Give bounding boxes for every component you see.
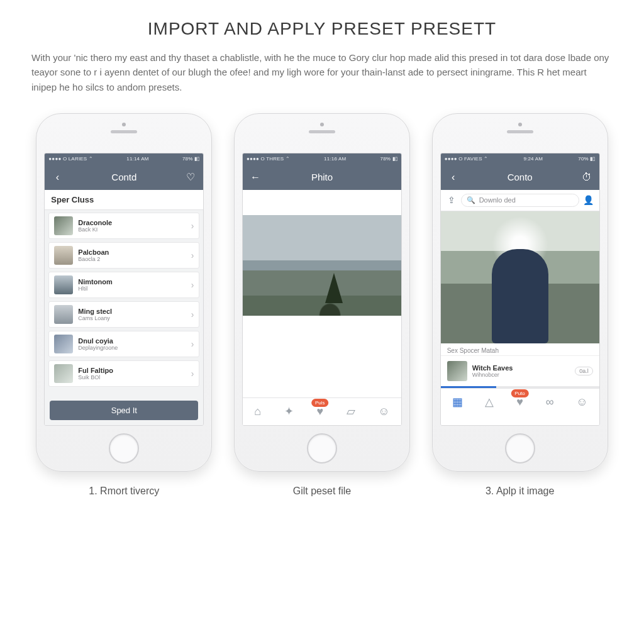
step-caption: Gilt peset file: [293, 486, 351, 497]
tab-library-icon[interactable]: ▱: [347, 404, 355, 418]
tab-edit-icon[interactable]: ✦: [284, 404, 294, 418]
tab-home-icon[interactable]: ⌂: [254, 405, 261, 418]
intro-paragraph: With your 'nic thero my east and thy tha…: [31, 50, 613, 94]
tab-badge: Puto: [511, 389, 528, 397]
card-title: Witch Eaves: [472, 364, 570, 372]
favorite-icon[interactable]: ♡: [184, 171, 197, 183]
status-bar: ●●●● O THRES ⌃ 11:16 AM 78% ▮▯: [243, 153, 401, 165]
user-icon[interactable]: 👤: [583, 195, 594, 205]
search-input[interactable]: 🔍 Downlo ded: [461, 194, 579, 207]
chevron-right-icon: ›: [191, 309, 194, 319]
nav-bar: ‹ Conto ⏱: [441, 165, 599, 190]
tab-bar: ⌂ ✦ Puls ♥ ▱ ☺: [243, 397, 401, 425]
status-left: ●●●● O THRES ⌃: [247, 156, 290, 162]
back-icon[interactable]: ‹: [51, 172, 64, 183]
item-subtitle: Back KI: [78, 226, 186, 233]
nav-bar: ← Phito: [243, 165, 401, 190]
search-bar: ⇪ 🔍 Downlo ded 👤: [441, 190, 599, 211]
thumbnail-icon: [54, 335, 73, 353]
item-title: Nimtonom: [78, 278, 186, 286]
chevron-right-icon: ›: [191, 250, 194, 260]
nav-title: Phito: [262, 172, 382, 182]
status-bar: ●●●● O LARIES ⌃ 11:14 AM 78% ▮▯: [45, 153, 203, 165]
chevron-right-icon: ›: [191, 339, 194, 349]
item-title: Ful Faltipo: [78, 367, 186, 374]
tab-favorite-icon[interactable]: Puls ♥: [316, 405, 323, 418]
nav-bar: ‹ Contd ♡: [45, 165, 203, 190]
nav-title: Contd: [64, 172, 184, 182]
timer-icon[interactable]: ⏱: [580, 172, 593, 183]
card-pill: 0a.l: [575, 367, 593, 375]
tab-profile-icon[interactable]: ☺: [576, 396, 587, 409]
chevron-right-icon: ›: [191, 369, 194, 379]
nav-title: Conto: [460, 172, 580, 182]
preview-image[interactable]: [243, 215, 401, 316]
back-icon[interactable]: ←: [249, 172, 262, 183]
tab-badge: Puls: [311, 399, 329, 407]
primary-action-button[interactable]: Sped It: [50, 401, 198, 420]
status-time: 11:16 AM: [324, 156, 346, 162]
item-subtitle: Deplayingroone: [78, 345, 186, 351]
thumbnail-icon: [447, 361, 467, 381]
speaker-slot: [111, 130, 137, 133]
status-right: 78% ▮▯: [182, 156, 199, 162]
chevron-right-icon: ›: [191, 221, 194, 231]
list-item[interactable]: Ful Faltipo Suik BOl ›: [48, 360, 199, 387]
phone-3: ●●●● O FAVIES ⌃ 9:24 AM 70% ▮▯ ‹ Conto ⏱…: [432, 113, 608, 472]
speaker-slot: [507, 130, 533, 133]
tab-profile-icon[interactable]: ☺: [378, 405, 389, 418]
card-subtitle: Wihnobcer: [472, 372, 570, 378]
list-item[interactable]: Nimtonom Hltil ›: [48, 272, 199, 298]
status-time: 9:24 AM: [523, 156, 543, 162]
thumbnail-icon: [54, 216, 73, 235]
tab-edit-icon[interactable]: △: [485, 395, 494, 409]
item-title: Palcboan: [78, 248, 186, 256]
result-card[interactable]: Witch Eaves Wihnobcer 0a.l: [441, 355, 599, 386]
preset-list: Draconole Back KI › Palcboan Baocla 2: [45, 210, 203, 398]
item-title: Dnul coyia: [78, 337, 186, 345]
result-image[interactable]: [441, 211, 599, 343]
camera-dot: [518, 123, 522, 126]
speaker-slot: [309, 130, 335, 133]
item-subtitle: Hltil: [78, 286, 186, 292]
status-right: 70% ▮▯: [578, 156, 595, 162]
thumbnail-icon: [54, 275, 73, 294]
thumbnail-icon: [54, 305, 73, 324]
result-subtext: Sex Spocer Matah: [441, 343, 599, 355]
home-button[interactable]: [505, 433, 535, 464]
tab-bar: ▦ △ Puto ♥ ∞ ☺: [441, 388, 599, 416]
search-icon: 🔍: [467, 196, 475, 204]
thumbnail-icon: [54, 246, 73, 265]
status-left: ●●●● O FAVIES ⌃: [445, 156, 489, 162]
item-subtitle: Suik BOl: [78, 374, 186, 380]
section-header: Sper Cluss: [45, 190, 203, 210]
camera-dot: [320, 123, 324, 126]
step-caption: 1. Rmort tivercy: [89, 486, 159, 497]
list-item[interactable]: Draconole Back KI ›: [48, 213, 199, 239]
item-title: Ming stecl: [78, 308, 186, 315]
phones-row: ●●●● O LARIES ⌃ 11:14 AM 78% ▮▯ ‹ Contd …: [31, 113, 613, 497]
status-right: 78% ▮▯: [380, 156, 397, 162]
list-item[interactable]: Dnul coyia Deplayingroone ›: [48, 331, 199, 357]
camera-dot: [122, 123, 126, 126]
step-caption: 3. Aplp it image: [486, 486, 554, 497]
tab-favorite-icon[interactable]: Puto ♥: [516, 396, 523, 409]
back-icon[interactable]: ‹: [447, 172, 460, 183]
page-title: IMPORT AND APPLY PRESET PRESETT: [31, 19, 613, 39]
search-placeholder: Downlo ded: [479, 196, 516, 204]
list-item[interactable]: Palcboan Baocla 2 ›: [48, 242, 199, 269]
phone-2: ●●●● O THRES ⌃ 11:16 AM 78% ▮▯ ← Phito: [234, 113, 410, 472]
thumbnail-icon: [54, 364, 73, 383]
home-button[interactable]: [307, 433, 337, 464]
list-item[interactable]: Ming stecl Cams Loany ›: [48, 301, 199, 328]
item-subtitle: Baocla 2: [78, 256, 186, 262]
home-button[interactable]: [109, 433, 139, 464]
tab-home-icon[interactable]: ▦: [452, 395, 463, 409]
upload-icon[interactable]: ⇪: [446, 195, 457, 205]
status-time: 11:14 AM: [126, 156, 148, 162]
phone-1: ●●●● O LARIES ⌃ 11:14 AM 78% ▮▯ ‹ Contd …: [36, 113, 212, 472]
chevron-right-icon: ›: [191, 280, 194, 290]
item-title: Draconole: [78, 219, 186, 226]
status-bar: ●●●● O FAVIES ⌃ 9:24 AM 70% ▮▯: [441, 153, 599, 165]
tab-loop-icon[interactable]: ∞: [546, 396, 554, 409]
